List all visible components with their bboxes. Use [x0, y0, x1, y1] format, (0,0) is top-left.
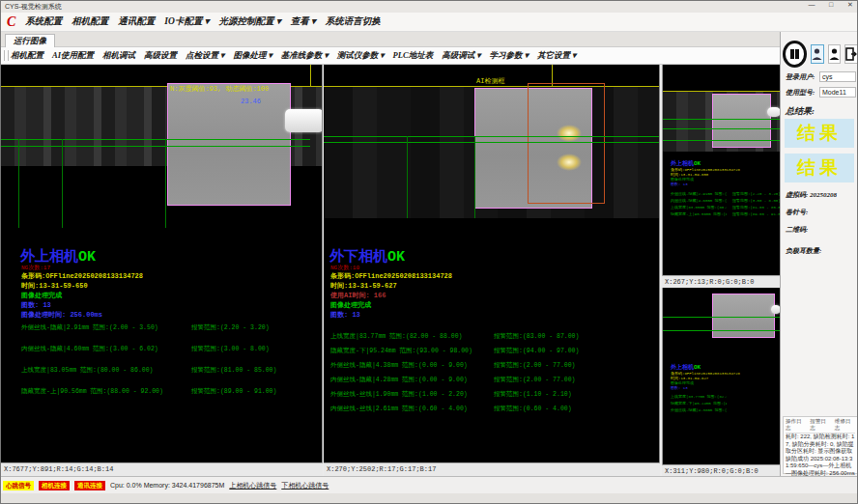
tool-camera-config[interactable]: 相机配置: [11, 50, 43, 62]
highlight-spot: [557, 154, 582, 171]
tool-advanced-debug[interactable]: 高级调试 ▾: [442, 50, 480, 62]
measure-line: [663, 317, 780, 318]
menu-item-comm-config[interactable]: 通讯配置: [118, 15, 155, 28]
camera-name: 外上相机: [671, 364, 694, 371]
measurement-value: 外侧丝线-丝线|1.90mm 范围:(1.00 - 2.20): [330, 390, 468, 399]
tool-advanced-settings[interactable]: 高级设置: [144, 50, 177, 62]
window-title: CYS-视觉检测系统: [5, 2, 62, 12]
pin-number-label: 卷针号:: [786, 208, 808, 217]
measure-line: [62, 139, 63, 228]
frame-count: 图数: 13: [330, 310, 360, 320]
measurement-alarm: 报警范围:(1.10 - 2.10): [494, 390, 572, 399]
result-ok: OK: [387, 249, 405, 266]
menu-item-io-card[interactable]: IO卡配置 ▾: [164, 15, 209, 28]
measure-line: [18, 139, 19, 228]
measurement-alarm: 报警范围:(89.00 - 91.00): [732, 211, 780, 216]
login-user-field[interactable]: cys: [819, 71, 856, 82]
tool-ai-config[interactable]: AI使用配置: [52, 50, 94, 62]
connector-part: [771, 305, 780, 314]
measure-line: [663, 140, 780, 141]
close-icon[interactable]: ✕: [844, 1, 857, 9]
ai-box-label: AI检测框: [476, 76, 504, 86]
toolbar: 相机配置 AI使用配置 相机调试 高级设置 点检设置 ▾ 图像处理 ▾ 基准线参…: [1, 47, 780, 65]
camera-view-upper[interactable]: N:灰度阈值:93, 动态阈值:100 23.46 外上相机OK NG次数:17…: [1, 65, 323, 462]
user-dark-icon: [829, 47, 840, 61]
measurement-alarm: 报警范围:(83.00 - 87.00): [494, 332, 579, 341]
time-text: 时间:13-31-59-627: [330, 281, 397, 291]
menu-item-camera-config[interactable]: 相机配置: [72, 15, 108, 28]
tool-learning-params[interactable]: 学习参数 ▾: [490, 50, 529, 62]
measurement-value: 上线宽度|83.05mm 范围:(80.00 - 86.00): [671, 205, 727, 210]
exit-button[interactable]: [844, 44, 858, 64]
minimize-icon[interactable]: —: [805, 1, 818, 9]
measurement-alarm: 报警范围:(2.20 - 3.20): [191, 323, 270, 332]
measurement-value: 隐藏宽度-下|95.24mm 范围:(93.00 - 98.00): [330, 347, 472, 355]
result-ok: OK: [694, 160, 701, 167]
measurement-value: 上线宽度|83.77mm 范围:(82.00 - 88.00): [671, 394, 727, 399]
comm-connect-badge: 通讯连接: [74, 481, 105, 490]
measurement-alarm: 报警范围:(89.00 - 91.00): [191, 387, 276, 396]
menu-item-system-config[interactable]: 系统配置: [25, 15, 62, 28]
model-field[interactable]: Mode11: [819, 87, 856, 98]
status-text: 图像处理完成: [21, 291, 62, 300]
tool-plc-address[interactable]: PLC地址表: [393, 50, 434, 62]
measure-line: [324, 136, 660, 137]
tool-spot-check[interactable]: 点检设置 ▾: [186, 50, 224, 62]
result-box-lower: 结果: [785, 154, 854, 182]
measurement-alarm: 报警范围:(2.20 - 3.20): [732, 191, 780, 196]
tool-image-processing[interactable]: 图像处理 ▾: [233, 50, 272, 62]
measure-line: [474, 136, 475, 218]
thumbnail-view-top[interactable]: 外上相机OK 条形码:OFFline20250208133134728 时间:1…: [662, 65, 780, 275]
menu-item-light-control[interactable]: 光源控制配置 ▾: [219, 15, 281, 28]
threshold-osd: N:灰度阈值:93, 动态阈值:100: [170, 84, 269, 94]
qr-code-label: 二维码:: [786, 225, 808, 235]
overlay-line: [310, 65, 311, 86]
product-region: [167, 83, 291, 206]
admin-user-button[interactable]: [828, 44, 841, 64]
log-tab-maintenance[interactable]: 维修日志: [835, 418, 855, 432]
tab-run-image[interactable]: 运行图像: [5, 34, 55, 47]
measurement-value: 隐藏宽度-上|90.56mm 范围:(88.00 - 92.00): [21, 387, 163, 396]
measurement-value: 外侧丝线-隐藏|4.38mm 范围:(0.00 - 9.00): [671, 407, 727, 412]
time-text: 时间:13-31-59-650: [21, 281, 88, 291]
measure-line: [1, 146, 310, 147]
coords-footer-lower: X:270;Y:2502;R:17;G:17;B:17: [324, 462, 660, 476]
upper-camera-heartbeat-link[interactable]: 上相机心跳信号: [229, 481, 276, 490]
result-box-upper: 结果: [785, 119, 854, 148]
user-icon: [812, 47, 822, 61]
coords-footer-thumb-bottom: X:311;Y:980;R:0;G:0;B:0: [662, 464, 780, 476]
measurement-alarm: 报警范围:(0.60 - 4.00): [494, 405, 572, 413]
operator-login-button[interactable]: [811, 44, 823, 64]
coords-footer-thumb-top: X:267;Y:13;R:0;G:0;B:0: [662, 275, 780, 288]
product-region: [712, 294, 775, 338]
tool-tester-params[interactable]: 测试仪参数 ▾: [337, 50, 385, 62]
measure-line: [165, 139, 166, 228]
log-tab-alarm[interactable]: 报警日志: [810, 418, 830, 432]
ai-detect-box: [528, 83, 605, 204]
menu-item-language[interactable]: 系统语言切换: [326, 15, 381, 28]
total-result-label: 总结果:: [786, 105, 815, 118]
menu-item-view[interactable]: 查看 ▾: [291, 15, 316, 28]
status-bar: 心跳信号 相机连接 通讯连接 Cpu: 0.0% Memory: 3424.41…: [1, 476, 858, 493]
measurement-value: 内侧丝线-丝线|2.61mm 范围:(0.60 - 4.00): [330, 405, 468, 413]
camera-connect-badge: 相机连接: [39, 481, 70, 490]
measurement-alarm: 报警范围:(94.00 - 97.00): [494, 347, 579, 355]
measurement-alarm: 报警范围:(2.00 - 77.00): [494, 376, 576, 384]
right-sidebar: 登录用户: cys 使用型号: Mode11 总结果: 结果 结果 虚拟码: 2…: [780, 32, 858, 476]
tool-camera-debug[interactable]: 相机调试: [102, 50, 135, 62]
tool-baseline-params[interactable]: 基准线参数 ▾: [281, 50, 329, 62]
lower-camera-heartbeat-link[interactable]: 下相机心跳信号: [281, 481, 329, 490]
value-osd: 23.46: [241, 98, 261, 105]
pause-button[interactable]: [783, 41, 807, 68]
log-tab-operation[interactable]: 操作日志: [786, 418, 806, 432]
app-window: CYS-视觉检测系统 — □ ✕ C 系统配置 相机配置 通讯配置 IO卡配置 …: [0, 0, 858, 504]
log-message: 耗时: 222, 缺陷检测耗时: 17, 缺陷分类耗时: 0, 缺陷提取分区耗时…: [786, 434, 855, 477]
maximize-icon[interactable]: □: [824, 1, 838, 9]
camera-view-lower[interactable]: AI检测框 外下相机OK NG次数:10 条形码:OFFline20250208…: [324, 65, 660, 462]
cpu-memory-text: Cpu: 0.0% Memory: 3424.41796875M: [110, 482, 224, 489]
tool-other-settings[interactable]: 其它设置 ▾: [537, 50, 576, 62]
measurement-value: 隐藏宽度-上|90.56mm 范围:(88.00 - 92.00): [671, 211, 727, 216]
log-panel[interactable]: 操作日志 报警日志 维修日志 耗时: 222, 缺陷检测耗时: 17, 缺陷分类…: [783, 416, 858, 474]
thumbnail-view-bottom[interactable]: 外上相机OK 条形码:OFFline20250208133134728 时间:1…: [662, 288, 780, 464]
model-label: 使用型号:: [786, 88, 815, 98]
